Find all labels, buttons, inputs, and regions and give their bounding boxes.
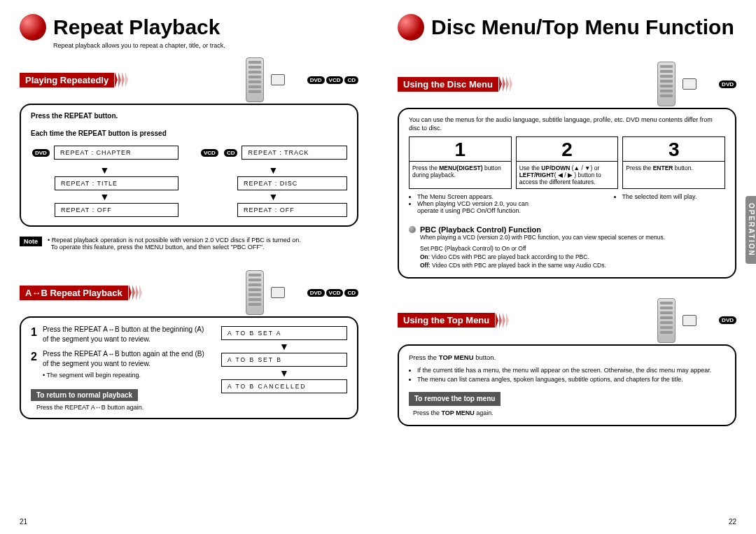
disc-badge: DVD — [307, 76, 325, 84]
remove-top-menu-bar: To remove the top menu — [409, 392, 500, 406]
instruction-line: Each time the REPEAT button is pressed — [31, 129, 347, 137]
flow-state: REPEAT : TITLE — [55, 176, 178, 190]
step-number: 1 — [412, 140, 508, 162]
bullet-text: When playing VCD version 2.0, you can op… — [417, 200, 540, 214]
bullet-sphere-icon — [409, 226, 416, 233]
intro-text: You can use the menus for the audio lang… — [409, 116, 725, 132]
top-menu-button-icon — [682, 315, 696, 326]
pbc-text: When playing a VCD (version 2.0) with PB… — [420, 234, 725, 242]
left-title-row: Repeat Playback — [20, 14, 358, 41]
pbc-text: On: On: Video CDs with PBC are played ba… — [420, 253, 725, 262]
page-number: 22 — [729, 518, 736, 526]
note-text: To operate this feature, press the MENU … — [51, 244, 265, 251]
flow-state: REPEAT : OFF — [237, 203, 347, 217]
tab-arrows-icon — [498, 76, 512, 92]
step-number: 2 — [31, 349, 37, 379]
step-text: Press the REPEAT A↔B button again at the… — [43, 350, 204, 367]
tab-arrows-icon — [128, 285, 142, 300]
bullet-text: The Menu Screen appears. — [417, 193, 540, 200]
pbc-text: Off: Video CDs with PBC are played back … — [420, 262, 725, 270]
ab-repeat-panel: 1 Press the REPEAT A↔B button at the beg… — [20, 316, 358, 419]
disc-badge: DVD — [32, 149, 50, 157]
section-top-menu-header: Using the Top Menu DVD — [398, 298, 736, 343]
step-box-3: 3 Press the ENTER button. — [622, 136, 725, 189]
flow-state: A TO B SET A — [221, 326, 347, 340]
left-page: Repeat Playback Repeat playback allows y… — [0, 0, 378, 534]
sphere-icon — [20, 14, 46, 41]
disc-badge: VCD — [326, 76, 344, 84]
pbc-heading: PBC (Playback Control) Function — [409, 225, 725, 234]
down-arrow-icon: ▼ — [200, 165, 347, 175]
page-title: Repeat Playback — [53, 17, 220, 38]
sphere-icon — [398, 14, 424, 41]
step-text: Press the REPEAT A↔B button at the begin… — [43, 325, 207, 344]
right-title-row: Disc Menu/Top Menu Function — [398, 14, 736, 41]
section-disc-menu-header: Using the Disc Menu DVD — [398, 62, 736, 106]
section-tab: A↔B Repeat Playback — [20, 286, 128, 300]
section-ab-repeat-header: A↔B Repeat Playback DVD VCD CD — [20, 270, 358, 315]
remote-icon — [657, 62, 676, 106]
step-box-2: 2 Use the UP/DOWN (▲ / ▼) or LEFT/RIGHT(… — [516, 136, 619, 189]
remote-icon — [246, 270, 264, 315]
repeat-ab-button-icon — [271, 287, 285, 298]
return-normal-text: Press the REPEAT A↔B button again. — [36, 404, 207, 411]
section-tab: Using the Top Menu — [398, 313, 495, 328]
repeat-button-icon — [271, 74, 285, 85]
flow-state: A TO B SET B — [221, 353, 347, 367]
disc-badge: VCD — [201, 149, 218, 157]
pbc-text: Set PBC (Playback Control) to On or Off — [420, 245, 725, 253]
bullet-text: If the current title has a menu, the men… — [417, 366, 725, 375]
instruction-line: Press the REPEAT button. — [31, 112, 347, 120]
down-arrow-icon: ▼ — [221, 342, 347, 351]
disc-badge: CD — [344, 289, 358, 297]
section-playing-repeatedly-header: Playing Repeatedly DVD VCD CD — [20, 57, 358, 102]
step-number: 1 — [31, 325, 37, 344]
disc-badge: DVD — [719, 80, 736, 88]
note-text: Repeat playback operation is not possibl… — [52, 237, 301, 244]
left-subtitle: Repeat playback allows you to repeat a c… — [53, 42, 358, 49]
bullet-text: The menu can list camera angles, spoken … — [417, 375, 725, 384]
tab-arrows-icon — [114, 72, 128, 87]
page-number: 21 — [20, 518, 27, 526]
flow-state: A TO B CANCELLED — [221, 379, 347, 393]
menu-button-icon — [682, 78, 696, 90]
playing-repeatedly-panel: Press the REPEAT button. Each time the R… — [20, 104, 358, 227]
flow-state: REPEAT : CHAPTER — [54, 146, 178, 160]
note-row: Note • Repeat playback operation is not … — [20, 237, 358, 251]
right-page: OPERATION Disc Menu/Top Menu Function Us… — [378, 0, 756, 534]
disc-badge: VCD — [326, 289, 344, 297]
disc-badge: DVD — [719, 316, 736, 324]
tab-arrows-icon — [495, 313, 509, 328]
section-tab: Playing Repeatedly — [20, 73, 114, 87]
down-arrow-icon: ▼ — [31, 165, 178, 175]
down-arrow-icon: ▼ — [31, 192, 178, 202]
step-number: 2 — [519, 140, 615, 162]
disc-badge: DVD — [307, 289, 325, 297]
step-box-1: 1 Press the MENU(DIGEST) button during p… — [409, 136, 512, 189]
side-tab-operation: OPERATION — [746, 196, 756, 264]
flow-state: REPEAT : TRACK — [241, 146, 347, 160]
section-tab: Using the Disc Menu — [398, 77, 498, 92]
remote-icon — [246, 57, 264, 102]
disc-menu-panel: You can use the menus for the audio lang… — [398, 108, 736, 279]
flow-state: REPEAT : DISC — [237, 176, 347, 190]
down-arrow-icon: ▼ — [221, 368, 347, 378]
note-badge: Note — [20, 237, 42, 246]
down-arrow-icon: ▼ — [200, 192, 347, 202]
return-normal-bar: To return to normal playback — [31, 389, 138, 401]
remote-icon — [657, 298, 676, 343]
disc-badge: CD — [224, 149, 238, 157]
flow-state: REPEAT : OFF — [55, 203, 178, 217]
bullet-text: The selected item will play. — [622, 193, 725, 200]
step-sub-text: The segment will begin repeating. — [46, 372, 141, 379]
top-menu-panel: Press the TOP MENU button. If the curren… — [398, 344, 736, 426]
disc-badge: CD — [344, 76, 358, 84]
step-number: 3 — [626, 140, 722, 162]
page-title: Disc Menu/Top Menu Function — [431, 17, 734, 38]
